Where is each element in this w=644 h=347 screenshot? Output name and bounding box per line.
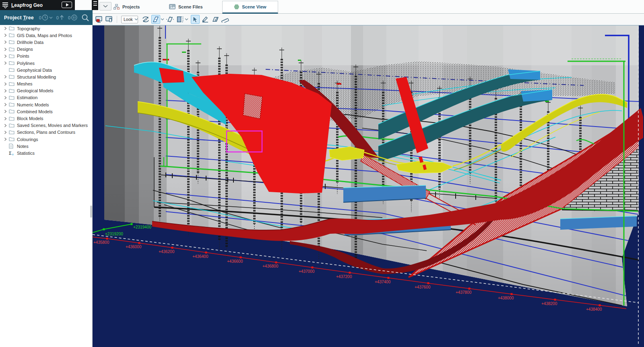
east-axis-label: +437600 xyxy=(415,285,431,289)
east-axis-label: +437000 xyxy=(299,269,315,274)
tree-item-geophysical-data[interactable]: Geophysical Data xyxy=(0,66,92,73)
expand-chevron-icon[interactable] xyxy=(4,48,9,51)
folder-icon xyxy=(9,116,15,121)
folder-icon xyxy=(9,137,15,141)
draw-slicer-line-tool[interactable] xyxy=(201,15,210,24)
tree-item-combined-models[interactable]: Combined Models xyxy=(0,108,92,115)
tree-item-block-models[interactable]: Block Models xyxy=(0,115,92,122)
projects-icon xyxy=(114,4,120,10)
folder-icon xyxy=(9,109,15,114)
scene-top-border xyxy=(93,25,644,25)
measure-tool[interactable] xyxy=(221,15,230,24)
scene-view-icon xyxy=(234,4,239,10)
application-window: Leapfrog Geo Projects Scene Files xyxy=(0,0,644,347)
folder-icon xyxy=(9,47,15,52)
project-tree-header: Project Tree 0 0 0 xyxy=(0,10,93,25)
tree-item-notes[interactable]: Notes xyxy=(0,143,92,150)
chevron-down-icon xyxy=(103,5,108,8)
folder-icon xyxy=(9,61,15,65)
svg-text:+2319200: +2319200 xyxy=(105,232,123,236)
expand-chevron-icon[interactable] xyxy=(4,96,9,100)
folder-icon xyxy=(9,75,15,79)
folder-icon xyxy=(9,89,15,93)
expand-chevron-icon[interactable] xyxy=(4,33,9,37)
moving-plane-tool[interactable] xyxy=(165,15,174,24)
folder-icon xyxy=(9,130,15,135)
tree-item-geological-models[interactable]: Geological Models xyxy=(0,87,92,94)
notes-icon xyxy=(9,143,15,149)
expand-chevron-icon[interactable] xyxy=(4,117,9,121)
look-dropdown[interactable]: Look xyxy=(121,16,138,23)
draw-slicer-polygon-tool[interactable] xyxy=(211,15,220,24)
east-axis-label: +438200 xyxy=(541,301,557,306)
expand-chevron-icon[interactable] xyxy=(4,61,9,65)
folder-icon xyxy=(9,82,15,86)
expand-chevron-icon[interactable] xyxy=(4,110,9,113)
folder-icon xyxy=(9,123,15,128)
up-arrow-icon xyxy=(59,15,64,21)
clear-scene-button[interactable] xyxy=(105,15,114,24)
folder-icon xyxy=(9,26,15,31)
folder-icon xyxy=(9,102,15,107)
east-axis-label: +436200 xyxy=(159,249,175,254)
tree-item-topography[interactable]: Topography xyxy=(0,25,92,32)
main-menu-icon[interactable] xyxy=(2,2,9,8)
tree-item-colourings[interactable]: Colourings xyxy=(0,136,92,143)
collapsed-panel-button[interactable] xyxy=(92,0,98,10)
show-scene-list-button[interactable] xyxy=(95,15,103,24)
tab-scene-view[interactable]: Scene View xyxy=(222,1,278,14)
tree-item-drillhole-data[interactable]: Drillhole Data xyxy=(0,39,92,46)
stats-icon: ΣT xyxy=(9,151,15,156)
tree-item-structural-modelling[interactable]: Structural Modelling xyxy=(0,73,92,80)
tab-projects[interactable]: Projects xyxy=(114,0,140,13)
chevron-down-icon xyxy=(49,17,53,19)
run-processing-button[interactable] xyxy=(60,1,74,9)
tree-item-points[interactable]: Points xyxy=(0,53,92,60)
app-title: Leapfrog Geo xyxy=(11,2,43,8)
play-icon xyxy=(66,3,69,6)
expand-chevron-icon[interactable] xyxy=(4,131,9,134)
tree-item-numeric-models[interactable]: Numeric Models xyxy=(0,101,92,108)
tree-item-polylines[interactable]: Polylines xyxy=(0,60,92,66)
tree-item-meshes[interactable]: Meshes xyxy=(0,81,92,87)
rotate-scene-tool[interactable] xyxy=(141,15,150,24)
select-tool[interactable] xyxy=(191,15,200,24)
east-axis-label: +436600 xyxy=(227,259,243,264)
tree-item-saved-scenes-movies-and-markers[interactable]: Saved Scenes, Movies and Markers xyxy=(0,122,92,129)
expand-chevron-icon[interactable] xyxy=(4,124,9,127)
east-axis-label: +437800 xyxy=(456,290,472,295)
expand-chevron-icon[interactable] xyxy=(4,137,9,141)
slicer-tool[interactable] xyxy=(151,15,160,24)
east-axis-label: +437200 xyxy=(336,274,352,279)
expand-chevron-icon[interactable] xyxy=(4,54,9,58)
svg-text:T: T xyxy=(12,154,14,156)
expand-chevron-icon[interactable] xyxy=(4,27,9,30)
east-axis-label: +436800 xyxy=(262,264,279,268)
clock-icon xyxy=(42,14,49,21)
folder-icon xyxy=(9,40,15,44)
tree-item-sections-plans-and-contours[interactable]: Sections, Plans and Contours xyxy=(0,129,92,136)
tree-item-gis-data-maps-and-photos[interactable]: GIS Data, Maps and Photos xyxy=(0,32,92,39)
expand-chevron-icon[interactable] xyxy=(4,82,9,86)
paused-tasks-indicator[interactable]: 0 xyxy=(68,14,78,21)
expand-chevron-icon[interactable] xyxy=(4,40,9,44)
tree-item-statistics[interactable]: ΣTStatistics xyxy=(0,150,92,156)
expand-chevron-icon[interactable] xyxy=(4,75,9,79)
chevron-down-icon xyxy=(134,18,138,21)
scene-3d-viewport[interactable]: +2319200 +2319400 +435800+436000+436200+… xyxy=(93,25,644,347)
tree-item-designs[interactable]: Designs xyxy=(0,46,92,53)
ruler-box-options-chevron[interactable] xyxy=(185,18,188,21)
tree-scrollbar[interactable] xyxy=(90,206,92,218)
tree-item-estimation[interactable]: Estimation xyxy=(0,94,92,101)
expand-chevron-icon[interactable] xyxy=(4,103,9,106)
queued-tasks-indicator[interactable]: 0 xyxy=(56,15,64,21)
tab-bar: Projects Scene Files Scene View xyxy=(75,0,644,14)
processing-tasks-indicator[interactable]: 0 xyxy=(39,14,53,21)
expand-chevron-icon[interactable] xyxy=(4,89,9,93)
folder-icon xyxy=(9,68,15,72)
tab-overflow-dropdown[interactable] xyxy=(99,2,111,10)
search-icon[interactable] xyxy=(81,14,89,22)
ruler-box-tool[interactable] xyxy=(175,15,184,24)
tab-scene-files[interactable]: Scene Files xyxy=(169,0,203,13)
slicer-options-chevron[interactable] xyxy=(161,18,164,21)
